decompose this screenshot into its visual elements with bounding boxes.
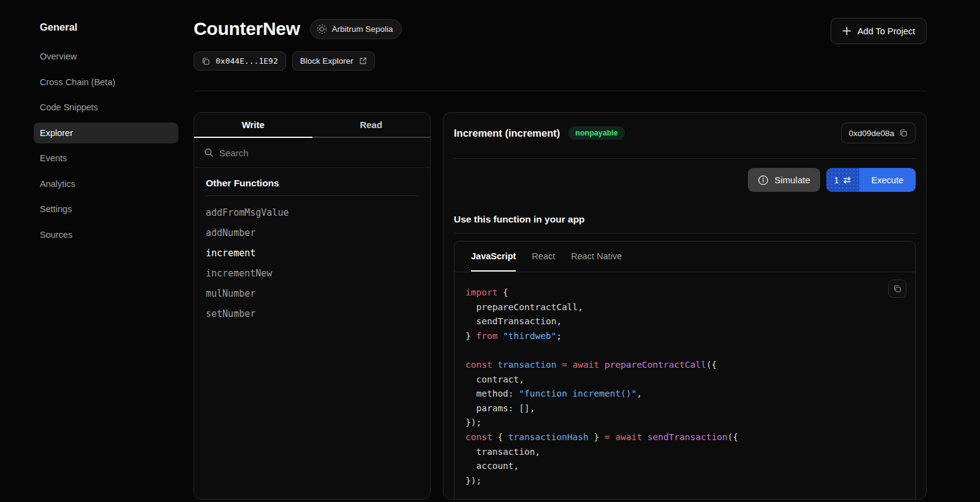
add-to-project-label: Add To Project bbox=[858, 26, 915, 36]
external-link-icon bbox=[359, 57, 367, 65]
function-title: Increment (increment) bbox=[454, 127, 560, 139]
function-item-addnumber[interactable]: addNumber bbox=[206, 223, 418, 243]
execute-count: 1 bbox=[834, 175, 839, 185]
code-line: account, bbox=[466, 459, 904, 474]
function-list: addFromMsgValueaddNumberincrementincreme… bbox=[206, 203, 418, 324]
code-line: import { bbox=[466, 286, 904, 300]
contract-meta-row: 0x044E...1E92 Block Explorer bbox=[194, 51, 375, 70]
network-badge[interactable]: Arbitrum Sepolia bbox=[310, 19, 402, 39]
tab-write[interactable]: Write bbox=[194, 113, 312, 138]
sidebar-item-events[interactable]: Events bbox=[34, 148, 178, 169]
sidebar-section-title: General bbox=[40, 22, 178, 32]
execute-label: Execute bbox=[872, 175, 903, 185]
copy-icon bbox=[899, 129, 908, 137]
code-container: JavaScriptReactReact Native import { pre… bbox=[454, 241, 916, 500]
header-divider bbox=[194, 91, 927, 91]
code-language-tabs: JavaScriptReactReact Native bbox=[454, 241, 915, 272]
copy-code-button[interactable] bbox=[888, 280, 907, 298]
function-selector: 0xd09de08a bbox=[849, 129, 894, 138]
info-icon bbox=[758, 175, 769, 186]
function-item-setnumber[interactable]: setNumber bbox=[206, 304, 418, 324]
swap-arrows-icon bbox=[843, 177, 851, 184]
write-read-tabs: WriteRead bbox=[194, 113, 430, 138]
code-tab-react-native[interactable]: React Native bbox=[571, 241, 622, 272]
mutability-badge: nonpayable bbox=[568, 126, 624, 140]
block-explorer-button[interactable]: Block Explorer bbox=[292, 51, 375, 70]
page-title: CounterNew bbox=[194, 17, 300, 40]
code-line: prepareContractCall, bbox=[466, 300, 904, 315]
code-line: method: "function increment()", bbox=[466, 387, 904, 401]
function-detail-panel: Increment (increment) nonpayable 0xd09de… bbox=[443, 112, 927, 500]
search-icon bbox=[204, 148, 214, 158]
simulate-label: Simulate bbox=[774, 175, 810, 185]
execute-split-button: 1 Execute bbox=[826, 168, 916, 192]
search-input[interactable] bbox=[219, 148, 420, 158]
function-selector-button[interactable]: 0xd09de08a bbox=[841, 123, 916, 143]
sidebar-item-sources[interactable]: Sources bbox=[34, 224, 178, 245]
network-icon bbox=[317, 24, 327, 34]
sidebar-item-settings[interactable]: Settings bbox=[34, 199, 178, 219]
function-search-row bbox=[194, 138, 430, 168]
code-line bbox=[466, 343, 904, 358]
function-item-incrementnew[interactable]: incrementNew bbox=[206, 264, 418, 284]
usage-title: Use this function in your app bbox=[454, 214, 916, 225]
function-item-addfrommsgvalue[interactable]: addFromMsgValue bbox=[206, 203, 418, 223]
copy-icon bbox=[893, 284, 902, 293]
code-line: const { transactionHash } = await sendTr… bbox=[466, 430, 904, 445]
function-item-mulnumber[interactable]: mulNumber bbox=[206, 284, 418, 304]
other-functions-title: Other Functions bbox=[206, 178, 418, 189]
code-line: const transaction = await prepareContrac… bbox=[466, 358, 904, 373]
usage-divider bbox=[454, 233, 916, 234]
code-line: transaction, bbox=[466, 445, 904, 460]
block-explorer-label: Block Explorer bbox=[300, 56, 353, 66]
sidebar-item-cross-chain-beta[interactable]: Cross Chain (Beta) bbox=[34, 72, 178, 93]
code-line: sendTransaction, bbox=[466, 314, 904, 329]
code-block: import { prepareContractCall, sendTransa… bbox=[454, 272, 915, 500]
add-to-project-button[interactable]: Add To Project bbox=[831, 18, 927, 44]
section-divider bbox=[206, 196, 418, 196]
network-badge-label: Arbitrum Sepolia bbox=[332, 25, 393, 34]
code-tab-react[interactable]: React bbox=[532, 241, 555, 272]
execute-count-button[interactable]: 1 bbox=[826, 168, 859, 192]
copy-icon bbox=[202, 57, 210, 66]
sidebar-nav: OverviewCross Chain (Beta)Code SnippetsE… bbox=[34, 46, 178, 245]
function-item-increment[interactable]: increment bbox=[206, 243, 418, 264]
sidebar-item-overview[interactable]: Overview bbox=[34, 46, 178, 67]
other-functions-section: Other Functions addFromMsgValueaddNumber… bbox=[194, 168, 430, 324]
contract-header: CounterNew Arbitrum Sepolia bbox=[194, 17, 402, 40]
function-detail-header: Increment (increment) nonpayable 0xd09de… bbox=[454, 123, 916, 143]
plus-icon bbox=[842, 26, 851, 36]
code-line: } from "thirdweb"; bbox=[466, 329, 904, 344]
sidebar: General OverviewCross Chain (Beta)Code S… bbox=[34, 22, 178, 249]
code-line: }); bbox=[466, 416, 904, 430]
sidebar-item-code-snippets[interactable]: Code Snippets bbox=[34, 97, 178, 118]
contract-address: 0x044E...1E92 bbox=[216, 56, 278, 66]
action-row: Simulate 1 Execute bbox=[454, 168, 916, 192]
code-tab-javascript[interactable]: JavaScript bbox=[471, 241, 516, 272]
tab-read[interactable]: Read bbox=[312, 113, 431, 138]
functions-panel: WriteRead Other Functions addFromMsgValu… bbox=[194, 112, 431, 500]
code-line: contract, bbox=[466, 373, 904, 387]
code-line: params: [], bbox=[466, 401, 904, 416]
simulate-button[interactable]: Simulate bbox=[748, 168, 820, 192]
contract-address-button[interactable]: 0x044E...1E92 bbox=[194, 51, 286, 70]
code-line: }); bbox=[466, 474, 904, 489]
sidebar-item-explorer[interactable]: Explorer bbox=[34, 123, 178, 143]
sidebar-item-analytics[interactable]: Analytics bbox=[34, 173, 178, 194]
execute-button[interactable]: Execute bbox=[859, 168, 916, 192]
detail-divider bbox=[454, 158, 916, 159]
